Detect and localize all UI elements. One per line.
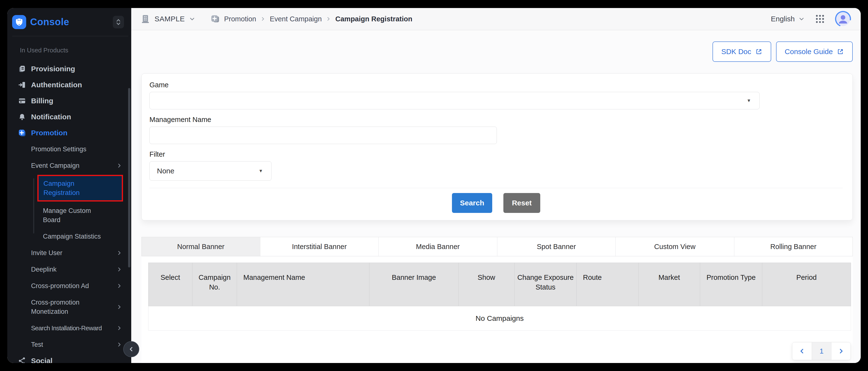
external-link-icon [755, 48, 763, 55]
page-number[interactable]: 1 [812, 342, 831, 360]
management-name-field-wrap [149, 127, 497, 144]
chevron-right-icon [116, 266, 123, 273]
column-header-promotion-type: Promotion Type [700, 263, 762, 306]
pagination: 1 [792, 342, 851, 360]
sidebar-item-campaign-statistics[interactable]: Campaign Statistics [7, 228, 131, 245]
game-label: Game [149, 81, 843, 89]
sidebar-item-deeplink[interactable]: Deeplink [7, 261, 131, 278]
document-stack-icon [18, 65, 26, 73]
sidebar-item-test[interactable]: Test [7, 336, 131, 353]
column-header-market: Market [638, 263, 700, 306]
language-selector[interactable]: English [771, 15, 805, 23]
previous-page-button[interactable] [792, 342, 812, 360]
topbar: SAMPLE Promotion Event Campaign [131, 8, 861, 30]
empty-table-row: No Campaigns [148, 306, 851, 331]
plus-badge-icon [18, 129, 26, 137]
chevron-down-icon [798, 15, 805, 22]
column-header-management-name: Management Name [237, 263, 369, 306]
sidebar-item-notification[interactable]: Notification [7, 109, 131, 125]
chevron-right-icon [260, 16, 266, 22]
search-button[interactable]: Search [452, 193, 492, 213]
org-name: SAMPLE [155, 15, 185, 23]
chevron-left-icon [128, 346, 135, 352]
sidebar-subitem-label: Search Installation-Reward [31, 325, 102, 332]
external-link-icon [837, 48, 844, 55]
column-header-route: Route [577, 263, 638, 306]
chevron-right-icon [116, 250, 123, 256]
sidebar-nav: Provisioning Authentication Billing [7, 61, 131, 363]
org-selector[interactable]: SAMPLE [141, 14, 195, 24]
tab-normal-banner[interactable]: Normal Banner [142, 237, 260, 256]
chevron-down-icon [189, 15, 195, 22]
sidebar-logo-row: Console [7, 8, 131, 36]
sidebar-subitem-label: Campaign Registration [43, 179, 87, 197]
filter-select[interactable]: None ▼ [149, 161, 272, 181]
sidebar-item-campaign-registration-selected[interactable]: Campaign Registration [37, 175, 123, 202]
language-label: English [771, 15, 795, 23]
console-guide-label: Console Guide [785, 47, 833, 56]
sidebar-item-label: Provisioning [31, 65, 75, 73]
user-avatar[interactable] [835, 11, 851, 27]
sidebar-scrollbar-thumb[interactable] [128, 88, 130, 267]
column-header-period: Period [762, 263, 851, 306]
tab-interstitial-banner[interactable]: Interstitial Banner [260, 237, 379, 256]
share-nodes-icon [18, 357, 26, 363]
sidebar-item-promotion-settings[interactable]: Promotion Settings [7, 141, 131, 157]
chevron-right-icon [116, 283, 123, 289]
sidebar-subitem-label: Event Campaign [31, 162, 80, 169]
sidebar-item-label: Billing [31, 97, 53, 105]
sidebar-item-billing[interactable]: Billing [7, 93, 131, 109]
reset-button[interactable]: Reset [503, 193, 540, 213]
column-header-banner-image: Banner Image [369, 263, 458, 306]
tab-rolling-banner[interactable]: Rolling Banner [734, 237, 853, 256]
tab-spot-banner[interactable]: Spot Banner [497, 237, 616, 256]
breadcrumb-item[interactable]: Promotion [224, 15, 256, 23]
sidebar-item-search-installation-reward[interactable]: Search Installation-Reward [7, 320, 131, 336]
chevron-left-icon [798, 347, 806, 355]
column-header-show: Show [458, 263, 514, 306]
project-switcher-button[interactable] [113, 16, 124, 28]
doc-links-row: SDK Doc Console Guide [142, 41, 853, 62]
sidebar-subitem-label: Deeplink [31, 266, 57, 273]
caret-down-icon: ▼ [258, 168, 263, 173]
breadcrumb-current: Campaign Registration [335, 15, 412, 23]
sidebar-item-provisioning[interactable]: Provisioning [7, 61, 131, 77]
game-select[interactable]: ▼ [149, 92, 760, 109]
sidebar-item-label: Notification [31, 113, 71, 121]
sidebar-item-cross-promotion-monetization[interactable]: Cross-promotion Monetization [7, 294, 131, 320]
building-icon [141, 14, 151, 24]
breadcrumb-item[interactable]: Event Campaign [270, 15, 322, 23]
sidebar-subitem-label: Cross-promotion Ad [31, 282, 89, 290]
sidebar-item-invite-user[interactable]: Invite User [7, 245, 131, 261]
sidebar-item-event-campaign[interactable]: Event Campaign [7, 157, 131, 174]
event-campaign-subgroup: Campaign Registration Manage Custom Boar… [7, 175, 131, 245]
sidebar-item-cross-promotion-ad[interactable]: Cross-promotion Ad [7, 278, 131, 294]
up-down-chevrons-icon [115, 18, 122, 26]
sidebar-subitem-label: Cross-promotion Monetization [31, 298, 92, 316]
chevron-right-icon [116, 325, 123, 331]
sidebar-item-social[interactable]: Social [7, 353, 131, 363]
filter-label: Filter [149, 150, 843, 158]
sidebar-collapse-button[interactable] [123, 341, 139, 357]
tab-custom-view[interactable]: Custom View [616, 237, 734, 256]
card-divider [149, 188, 843, 188]
sidebar-item-authentication[interactable]: Authentication [7, 77, 131, 93]
console-guide-button[interactable]: Console Guide [776, 41, 853, 62]
sdk-doc-label: SDK Doc [721, 47, 751, 56]
sidebar-item-label: Authentication [31, 81, 82, 89]
filter-select-value: None [157, 167, 175, 175]
management-name-label: Management Name [149, 116, 843, 124]
sidebar-subitem-label: Promotion Settings [31, 145, 86, 153]
sdk-doc-button[interactable]: SDK Doc [713, 41, 771, 62]
bell-icon [18, 113, 26, 121]
sidebar-item-manage-custom-board[interactable]: Manage Custom Board [7, 202, 131, 228]
sidebar-item-promotion[interactable]: Promotion [7, 125, 131, 141]
management-name-input[interactable] [150, 127, 497, 144]
filter-actions: Search Reset [149, 193, 843, 213]
console-logo-icon[interactable] [12, 15, 26, 29]
search-filter-card: Game ▼ Management Name Filter None ▼ Sea… [142, 73, 853, 221]
next-page-button[interactable] [831, 342, 850, 360]
tab-media-banner[interactable]: Media Banner [378, 237, 497, 256]
chevron-right-icon [116, 163, 123, 169]
app-grid-icon[interactable] [815, 13, 825, 24]
